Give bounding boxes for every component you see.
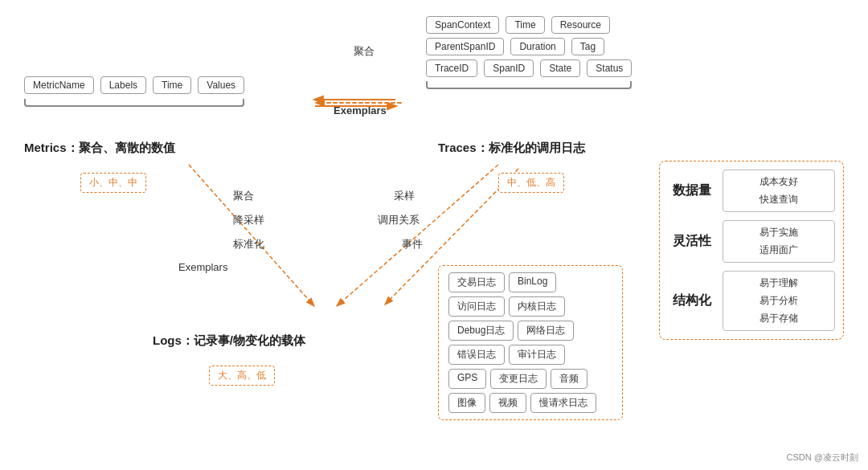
time-tag-metrics: Time <box>153 76 191 94</box>
logs-grid-container: 交易日志 BinLog 访问日志 内核日志 Debug日志 网络日志 错误日志 … <box>438 265 623 420</box>
span-id-tag: SpanID <box>484 59 534 77</box>
log-item-image: 图像 <box>448 393 485 413</box>
easy-understand-tag: 易于理解 <box>731 276 826 290</box>
metric-name-tag: MetricName <box>24 76 94 94</box>
structured-tags: 易于理解 易于分析 易于存储 <box>723 271 835 331</box>
sampling-label: 采样 <box>394 189 415 203</box>
duration-tag: Duration <box>510 38 564 55</box>
parent-span-id-tag: ParentSpanID <box>426 38 504 55</box>
log-item-error: 错误日志 <box>448 345 505 365</box>
exemplars-center-label: Exemplars <box>334 104 387 116</box>
wide-use-tag: 适用面广 <box>731 243 826 257</box>
status-tag: Status <box>587 59 632 77</box>
log-item-change: 变更日志 <box>490 369 547 389</box>
log-item-gps: GPS <box>448 369 486 389</box>
labels-tag: Labels <box>100 76 146 94</box>
tag-tag: Tag <box>571 38 604 55</box>
flexibility-label: 灵活性 <box>668 220 716 263</box>
values-tag: Values <box>198 76 244 94</box>
exemplars-label-left: Exemplars <box>178 261 227 273</box>
traces-tags-group: SpanContext Time Resource ParentSpanID D… <box>426 16 632 89</box>
logs-title: Logs：记录事/物变化的载体 <box>153 333 305 349</box>
data-volume-tags: 成本友好 快速查询 <box>723 170 835 212</box>
cost-friendly-tag: 成本友好 <box>731 175 826 189</box>
log-item-trade: 交易日志 <box>448 272 505 292</box>
standardize-label: 标准化 <box>233 237 264 251</box>
easy-store-tag: 易于存储 <box>731 312 826 325</box>
span-context-tag: SpanContext <box>426 16 499 34</box>
log-item-audit: 审计日志 <box>509 345 565 365</box>
call-relation-label: 调用关系 <box>378 213 420 227</box>
log-item-audio: 音频 <box>551 369 588 389</box>
event-label: 事件 <box>402 237 423 251</box>
traces-size-box: 中、低、高 <box>498 173 564 193</box>
log-item-kernel: 内核日志 <box>509 296 565 317</box>
metrics-size-box: 小、中、中 <box>80 173 146 193</box>
fast-query-tag: 快速查询 <box>731 193 826 206</box>
log-item-video: 视频 <box>489 393 526 413</box>
svg-line-2 <box>189 165 313 305</box>
right-panel: 数据量 成本友好 快速查询 灵活性 易于实施 适用面广 结构化 <box>659 161 844 340</box>
easy-analyze-tag: 易于分析 <box>731 294 826 308</box>
metrics-title: Metrics：聚合、离散的数值 <box>24 141 175 156</box>
aggregate-label-left: 聚合 <box>233 189 254 203</box>
easy-implement-tag: 易于实施 <box>731 226 826 239</box>
watermark: CSDN @凌云时刻 <box>787 452 858 464</box>
state-tag: State <box>540 59 580 77</box>
downsampling-label: 降采样 <box>233 213 264 227</box>
log-item-debug: Debug日志 <box>448 321 514 341</box>
trace-id-tag: TraceID <box>426 59 477 77</box>
data-volume-label: 数据量 <box>668 170 716 212</box>
log-item-network: 网络日志 <box>518 321 574 341</box>
logs-size-box: 大、高、低 <box>209 366 275 386</box>
resource-tag: Resource <box>551 16 610 34</box>
time-tag-traces: Time <box>506 16 544 34</box>
aggregate-label-top: 聚合 <box>354 44 375 59</box>
flexibility-tags: 易于实施 适用面广 <box>723 220 835 263</box>
log-item-binlog: BinLog <box>509 272 556 292</box>
structured-label: 结构化 <box>668 271 716 331</box>
log-item-access: 访问日志 <box>448 296 505 317</box>
traces-title: Traces：标准化的调用日志 <box>438 141 585 156</box>
metrics-tags-row: MetricName Labels Time Values <box>24 76 244 94</box>
log-item-slow: 慢请求日志 <box>530 393 596 413</box>
